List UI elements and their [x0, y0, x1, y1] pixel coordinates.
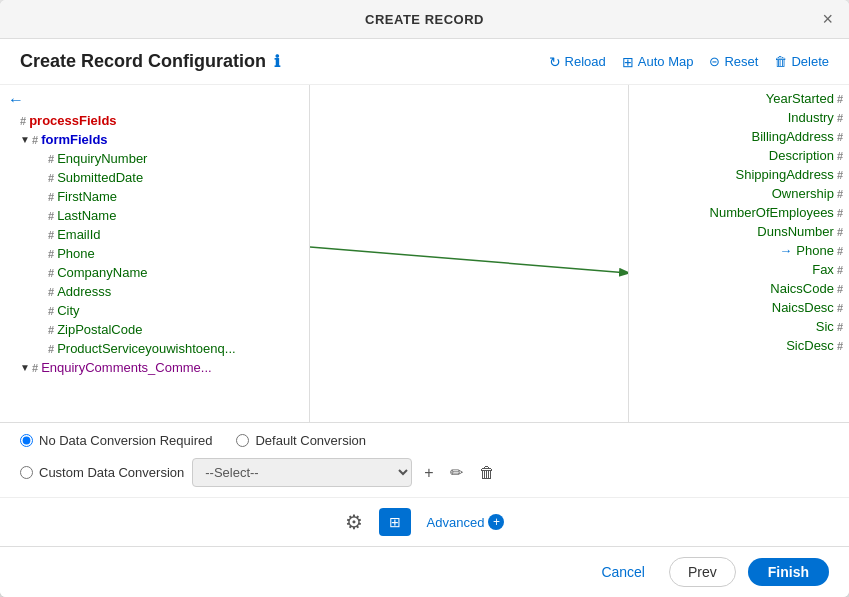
item-label: City: [57, 303, 79, 318]
list-item: # LastName: [0, 206, 309, 225]
item-label: NaicsDesc: [772, 300, 834, 315]
list-item: YearStarted #: [629, 89, 849, 108]
hash-icon: #: [48, 286, 54, 298]
edit-conversion-button[interactable]: ✏: [446, 459, 467, 486]
hash-icon: #: [20, 115, 26, 127]
list-item: DunsNumber #: [629, 222, 849, 241]
list-item: # ProductServiceyouwishtoenq...: [0, 339, 309, 358]
select-row: Custom Data Conversion --Select-- + ✏ 🗑: [20, 458, 829, 487]
list-item[interactable]: # Phone: [0, 244, 309, 263]
list-item: SicDesc #: [629, 336, 849, 355]
item-label: ShippingAddress: [736, 167, 834, 182]
list-item: NaicsCode #: [629, 279, 849, 298]
info-icon[interactable]: ℹ: [274, 52, 280, 71]
list-item: # Addresss: [0, 282, 309, 301]
item-label: Phone: [57, 246, 95, 261]
hash-icon: #: [48, 305, 54, 317]
left-panel: ← # processFields ▼ # formFields # Enqui…: [0, 85, 310, 422]
cancel-button[interactable]: Cancel: [589, 558, 657, 586]
toggle-icon[interactable]: ▼: [20, 362, 32, 373]
advanced-button[interactable]: Advanced +: [427, 514, 505, 530]
list-item: Description #: [629, 146, 849, 165]
default-conversion-radio[interactable]: Default Conversion: [236, 433, 366, 448]
list-item: Ownership #: [629, 184, 849, 203]
list-item: # EnquiryNumber: [0, 149, 309, 168]
delete-icon: 🗑: [479, 464, 495, 481]
item-label: YearStarted: [766, 91, 834, 106]
reset-label: Reset: [724, 54, 758, 69]
auto-map-button[interactable]: ⊞ Auto Map: [622, 54, 694, 70]
item-label: formFields: [41, 132, 107, 147]
hash-icon: #: [48, 153, 54, 165]
hash-icon: #: [48, 343, 54, 355]
reset-button[interactable]: ⊝ Reset: [709, 54, 758, 69]
no-conversion-input[interactable]: [20, 434, 33, 447]
hash-icon: #: [837, 150, 843, 162]
advanced-label: Advanced: [427, 515, 485, 530]
item-label: CompanyName: [57, 265, 147, 280]
list-item: NumberOfEmployees #: [629, 203, 849, 222]
hash-icon: #: [837, 226, 843, 238]
custom-conversion-radio[interactable]: Custom Data Conversion: [20, 465, 184, 480]
item-label: Industry: [788, 110, 834, 125]
list-item: # processFields: [0, 111, 309, 130]
hash-icon: #: [48, 229, 54, 241]
edit-icon: ✏: [450, 464, 463, 481]
list-item: BillingAddress #: [629, 127, 849, 146]
mapping-area: ← # processFields ▼ # formFields # Enqui…: [0, 85, 849, 422]
list-item: ▼ # EnquiryComments_Comme...: [0, 358, 309, 377]
toggle-icon[interactable]: ▼: [20, 134, 32, 145]
close-button[interactable]: ×: [822, 10, 833, 28]
footer-icons-bar: ⚙ ⊞ Advanced +: [0, 497, 849, 546]
list-item: → Phone #: [629, 241, 849, 260]
header-actions: ↻ Reload ⊞ Auto Map ⊝ Reset 🗑 Delete: [549, 54, 829, 70]
add-conversion-button[interactable]: +: [420, 460, 437, 486]
back-arrow-row[interactable]: ←: [0, 89, 309, 111]
custom-conversion-input[interactable]: [20, 466, 33, 479]
hash-icon: #: [48, 324, 54, 336]
list-item: Fax #: [629, 260, 849, 279]
item-label: EmailId: [57, 227, 100, 242]
item-label: SicDesc: [786, 338, 834, 353]
finish-button[interactable]: Finish: [748, 558, 829, 586]
list-item: # CompanyName: [0, 263, 309, 282]
item-label: Phone: [796, 243, 834, 258]
reset-icon: ⊝: [709, 54, 720, 69]
hash-icon: #: [837, 112, 843, 124]
settings-button[interactable]: ⚙: [345, 510, 363, 534]
item-label: NaicsCode: [770, 281, 834, 296]
blue-box-button[interactable]: ⊞: [379, 508, 411, 536]
prev-button[interactable]: Prev: [669, 557, 736, 587]
hash-icon: #: [48, 191, 54, 203]
config-title-text: Create Record Configuration: [20, 51, 266, 72]
item-label: FirstName: [57, 189, 117, 204]
item-label: Description: [769, 148, 834, 163]
item-label: BillingAddress: [752, 129, 834, 144]
list-item: Sic #: [629, 317, 849, 336]
hash-icon: #: [48, 267, 54, 279]
list-item: # ZipPostalCode: [0, 320, 309, 339]
item-label: ZipPostalCode: [57, 322, 142, 337]
hash-icon: #: [32, 362, 38, 374]
item-label: ProductServiceyouwishtoenq...: [57, 341, 235, 356]
back-arrow-icon[interactable]: ←: [8, 91, 24, 109]
config-title-area: Create Record Configuration ℹ: [20, 51, 280, 72]
hash-icon: #: [837, 321, 843, 333]
delete-button[interactable]: 🗑 Delete: [774, 54, 829, 69]
hash-icon: #: [837, 131, 843, 143]
delete-conversion-button[interactable]: 🗑: [475, 460, 499, 486]
item-label: NumberOfEmployees: [710, 205, 834, 220]
list-item: Industry #: [629, 108, 849, 127]
list-item: ▼ # formFields: [0, 130, 309, 149]
default-conversion-input[interactable]: [236, 434, 249, 447]
item-label: Addresss: [57, 284, 111, 299]
no-conversion-radio[interactable]: No Data Conversion Required: [20, 433, 212, 448]
hash-icon: #: [837, 302, 843, 314]
hash-icon: #: [837, 245, 843, 257]
conversion-select[interactable]: --Select--: [192, 458, 412, 487]
center-canvas: [310, 85, 629, 422]
reload-button[interactable]: ↻ Reload: [549, 54, 606, 70]
hash-icon: #: [48, 172, 54, 184]
hash-icon: #: [837, 264, 843, 276]
delete-label: Delete: [791, 54, 829, 69]
